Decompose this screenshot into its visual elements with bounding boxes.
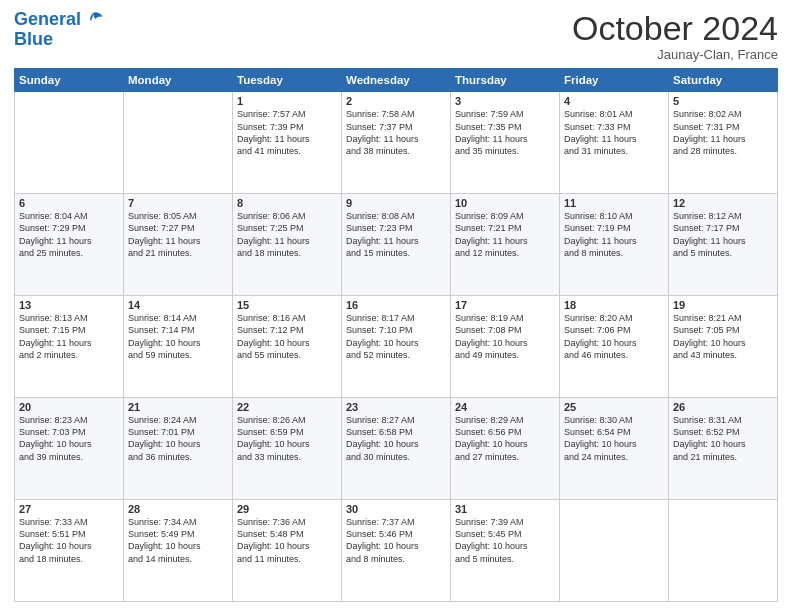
calendar-cell: 15Sunrise: 8:16 AM Sunset: 7:12 PM Dayli… bbox=[233, 296, 342, 398]
calendar-cell: 20Sunrise: 8:23 AM Sunset: 7:03 PM Dayli… bbox=[15, 398, 124, 500]
day-number: 18 bbox=[564, 299, 664, 311]
calendar-cell: 19Sunrise: 8:21 AM Sunset: 7:05 PM Dayli… bbox=[669, 296, 778, 398]
day-number: 1 bbox=[237, 95, 337, 107]
calendar-cell: 29Sunrise: 7:36 AM Sunset: 5:48 PM Dayli… bbox=[233, 500, 342, 602]
day-info: Sunrise: 8:31 AM Sunset: 6:52 PM Dayligh… bbox=[673, 414, 773, 463]
calendar-cell: 24Sunrise: 8:29 AM Sunset: 6:56 PM Dayli… bbox=[451, 398, 560, 500]
title-block: October 2024 Jaunay-Clan, France bbox=[572, 10, 778, 62]
day-info: Sunrise: 8:10 AM Sunset: 7:19 PM Dayligh… bbox=[564, 210, 664, 259]
day-number: 17 bbox=[455, 299, 555, 311]
day-info: Sunrise: 8:02 AM Sunset: 7:31 PM Dayligh… bbox=[673, 108, 773, 157]
calendar-cell: 7Sunrise: 8:05 AM Sunset: 7:27 PM Daylig… bbox=[124, 194, 233, 296]
location-subtitle: Jaunay-Clan, France bbox=[572, 47, 778, 62]
weekday-header-wednesday: Wednesday bbox=[342, 69, 451, 92]
calendar-cell: 26Sunrise: 8:31 AM Sunset: 6:52 PM Dayli… bbox=[669, 398, 778, 500]
day-number: 15 bbox=[237, 299, 337, 311]
calendar-cell: 1Sunrise: 7:57 AM Sunset: 7:39 PM Daylig… bbox=[233, 92, 342, 194]
weekday-header-row: SundayMondayTuesdayWednesdayThursdayFrid… bbox=[15, 69, 778, 92]
day-number: 9 bbox=[346, 197, 446, 209]
calendar-cell: 17Sunrise: 8:19 AM Sunset: 7:08 PM Dayli… bbox=[451, 296, 560, 398]
day-number: 16 bbox=[346, 299, 446, 311]
calendar-cell: 16Sunrise: 8:17 AM Sunset: 7:10 PM Dayli… bbox=[342, 296, 451, 398]
calendar-table: SundayMondayTuesdayWednesdayThursdayFrid… bbox=[14, 68, 778, 602]
calendar-cell: 27Sunrise: 7:33 AM Sunset: 5:51 PM Dayli… bbox=[15, 500, 124, 602]
calendar-cell: 25Sunrise: 8:30 AM Sunset: 6:54 PM Dayli… bbox=[560, 398, 669, 500]
day-number: 19 bbox=[673, 299, 773, 311]
day-number: 3 bbox=[455, 95, 555, 107]
week-row-5: 27Sunrise: 7:33 AM Sunset: 5:51 PM Dayli… bbox=[15, 500, 778, 602]
weekday-header-saturday: Saturday bbox=[669, 69, 778, 92]
day-number: 22 bbox=[237, 401, 337, 413]
day-info: Sunrise: 8:17 AM Sunset: 7:10 PM Dayligh… bbox=[346, 312, 446, 361]
day-info: Sunrise: 7:36 AM Sunset: 5:48 PM Dayligh… bbox=[237, 516, 337, 565]
calendar-cell: 31Sunrise: 7:39 AM Sunset: 5:45 PM Dayli… bbox=[451, 500, 560, 602]
day-info: Sunrise: 8:26 AM Sunset: 6:59 PM Dayligh… bbox=[237, 414, 337, 463]
day-number: 21 bbox=[128, 401, 228, 413]
week-row-1: 1Sunrise: 7:57 AM Sunset: 7:39 PM Daylig… bbox=[15, 92, 778, 194]
day-number: 28 bbox=[128, 503, 228, 515]
day-number: 7 bbox=[128, 197, 228, 209]
calendar-cell: 30Sunrise: 7:37 AM Sunset: 5:46 PM Dayli… bbox=[342, 500, 451, 602]
weekday-header-sunday: Sunday bbox=[15, 69, 124, 92]
day-info: Sunrise: 7:33 AM Sunset: 5:51 PM Dayligh… bbox=[19, 516, 119, 565]
logo-bird-icon bbox=[83, 11, 103, 29]
day-info: Sunrise: 8:21 AM Sunset: 7:05 PM Dayligh… bbox=[673, 312, 773, 361]
logo-blue: Blue bbox=[14, 30, 53, 50]
calendar-cell: 13Sunrise: 8:13 AM Sunset: 7:15 PM Dayli… bbox=[15, 296, 124, 398]
day-info: Sunrise: 8:13 AM Sunset: 7:15 PM Dayligh… bbox=[19, 312, 119, 361]
day-number: 26 bbox=[673, 401, 773, 413]
calendar-cell: 5Sunrise: 8:02 AM Sunset: 7:31 PM Daylig… bbox=[669, 92, 778, 194]
day-number: 23 bbox=[346, 401, 446, 413]
calendar-cell: 3Sunrise: 7:59 AM Sunset: 7:35 PM Daylig… bbox=[451, 92, 560, 194]
calendar-cell: 6Sunrise: 8:04 AM Sunset: 7:29 PM Daylig… bbox=[15, 194, 124, 296]
week-row-3: 13Sunrise: 8:13 AM Sunset: 7:15 PM Dayli… bbox=[15, 296, 778, 398]
day-number: 31 bbox=[455, 503, 555, 515]
day-info: Sunrise: 8:30 AM Sunset: 6:54 PM Dayligh… bbox=[564, 414, 664, 463]
header: General Blue October 2024 Jaunay-Clan, F… bbox=[14, 10, 778, 62]
day-info: Sunrise: 8:27 AM Sunset: 6:58 PM Dayligh… bbox=[346, 414, 446, 463]
calendar-cell: 8Sunrise: 8:06 AM Sunset: 7:25 PM Daylig… bbox=[233, 194, 342, 296]
calendar-cell: 9Sunrise: 8:08 AM Sunset: 7:23 PM Daylig… bbox=[342, 194, 451, 296]
day-number: 30 bbox=[346, 503, 446, 515]
day-number: 10 bbox=[455, 197, 555, 209]
calendar-cell: 23Sunrise: 8:27 AM Sunset: 6:58 PM Dayli… bbox=[342, 398, 451, 500]
day-info: Sunrise: 7:37 AM Sunset: 5:46 PM Dayligh… bbox=[346, 516, 446, 565]
day-info: Sunrise: 8:08 AM Sunset: 7:23 PM Dayligh… bbox=[346, 210, 446, 259]
day-number: 6 bbox=[19, 197, 119, 209]
day-number: 2 bbox=[346, 95, 446, 107]
day-info: Sunrise: 8:09 AM Sunset: 7:21 PM Dayligh… bbox=[455, 210, 555, 259]
calendar-cell: 11Sunrise: 8:10 AM Sunset: 7:19 PM Dayli… bbox=[560, 194, 669, 296]
day-info: Sunrise: 7:59 AM Sunset: 7:35 PM Dayligh… bbox=[455, 108, 555, 157]
day-info: Sunrise: 8:05 AM Sunset: 7:27 PM Dayligh… bbox=[128, 210, 228, 259]
day-info: Sunrise: 8:23 AM Sunset: 7:03 PM Dayligh… bbox=[19, 414, 119, 463]
day-number: 13 bbox=[19, 299, 119, 311]
day-number: 12 bbox=[673, 197, 773, 209]
weekday-header-tuesday: Tuesday bbox=[233, 69, 342, 92]
logo: General Blue bbox=[14, 10, 103, 50]
day-info: Sunrise: 8:12 AM Sunset: 7:17 PM Dayligh… bbox=[673, 210, 773, 259]
day-number: 24 bbox=[455, 401, 555, 413]
day-number: 5 bbox=[673, 95, 773, 107]
week-row-2: 6Sunrise: 8:04 AM Sunset: 7:29 PM Daylig… bbox=[15, 194, 778, 296]
calendar-cell bbox=[124, 92, 233, 194]
weekday-header-monday: Monday bbox=[124, 69, 233, 92]
calendar-cell bbox=[560, 500, 669, 602]
day-info: Sunrise: 7:39 AM Sunset: 5:45 PM Dayligh… bbox=[455, 516, 555, 565]
day-info: Sunrise: 7:57 AM Sunset: 7:39 PM Dayligh… bbox=[237, 108, 337, 157]
page: General Blue October 2024 Jaunay-Clan, F… bbox=[0, 0, 792, 612]
day-number: 29 bbox=[237, 503, 337, 515]
day-info: Sunrise: 8:29 AM Sunset: 6:56 PM Dayligh… bbox=[455, 414, 555, 463]
day-info: Sunrise: 7:58 AM Sunset: 7:37 PM Dayligh… bbox=[346, 108, 446, 157]
calendar-cell: 12Sunrise: 8:12 AM Sunset: 7:17 PM Dayli… bbox=[669, 194, 778, 296]
day-info: Sunrise: 8:04 AM Sunset: 7:29 PM Dayligh… bbox=[19, 210, 119, 259]
month-title: October 2024 bbox=[572, 10, 778, 47]
calendar-cell: 2Sunrise: 7:58 AM Sunset: 7:37 PM Daylig… bbox=[342, 92, 451, 194]
day-number: 25 bbox=[564, 401, 664, 413]
day-info: Sunrise: 8:16 AM Sunset: 7:12 PM Dayligh… bbox=[237, 312, 337, 361]
calendar-cell: 21Sunrise: 8:24 AM Sunset: 7:01 PM Dayli… bbox=[124, 398, 233, 500]
calendar-cell bbox=[669, 500, 778, 602]
day-number: 14 bbox=[128, 299, 228, 311]
day-info: Sunrise: 8:20 AM Sunset: 7:06 PM Dayligh… bbox=[564, 312, 664, 361]
day-number: 11 bbox=[564, 197, 664, 209]
calendar-cell: 14Sunrise: 8:14 AM Sunset: 7:14 PM Dayli… bbox=[124, 296, 233, 398]
